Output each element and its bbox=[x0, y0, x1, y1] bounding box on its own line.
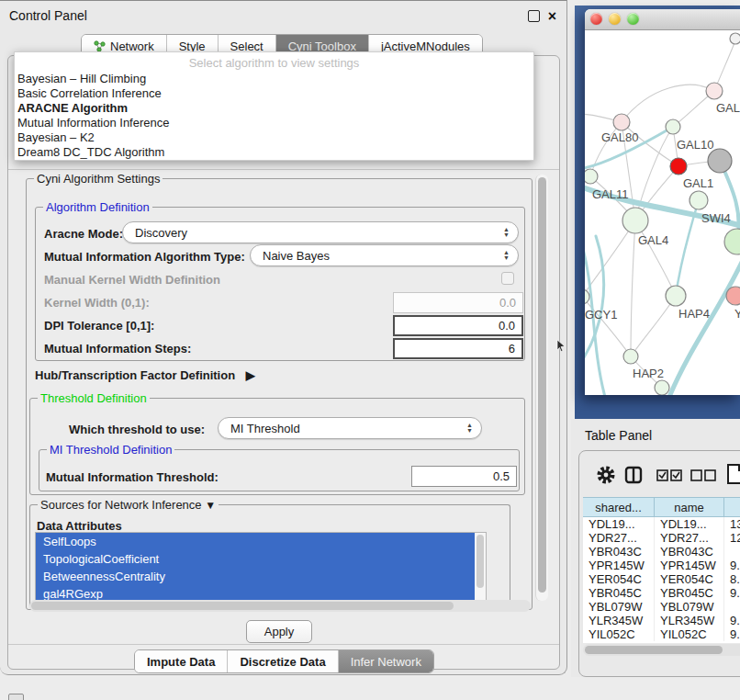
table-row[interactable]: YPR145WYPR145W9. bbox=[583, 559, 740, 572]
network-view-window: GAL GAL80 GAL10 GAL1 GAL11 SWI4 GAL4 GCY… bbox=[585, 9, 740, 395]
mi-threshold-definition-legend: MI Threshold Definition bbox=[47, 443, 174, 457]
float-window-button[interactable] bbox=[527, 9, 541, 23]
table-row[interactable]: YLR345WYLR345W9. bbox=[583, 614, 740, 627]
aracne-mode-label: Aracne Mode: bbox=[44, 227, 123, 241]
node-gcy1[interactable] bbox=[585, 289, 589, 304]
sources-legend[interactable]: Sources for Network Inference ▼ bbox=[38, 498, 219, 512]
tab-impute-data[interactable]: Impute Data bbox=[135, 650, 227, 672]
dropdown-item[interactable]: Bayesian – K2 bbox=[17, 130, 95, 145]
network-canvas[interactable]: GAL GAL80 GAL10 GAL1 GAL11 SWI4 GAL4 GCY… bbox=[585, 29, 740, 395]
mi-threshold-input[interactable]: 0.5 bbox=[411, 466, 517, 487]
node[interactable] bbox=[724, 229, 740, 254]
zoom-traffic-light[interactable] bbox=[627, 13, 639, 25]
mi-threshold-label: Mutual Information Threshold: bbox=[46, 470, 219, 484]
gear-icon bbox=[596, 465, 616, 485]
node-label: GAL10 bbox=[677, 138, 713, 152]
table-row[interactable]: YDR27...YDR27...12 bbox=[583, 531, 740, 545]
node-swi4[interactable] bbox=[690, 191, 708, 209]
table-horizontal-scrollbar[interactable] bbox=[583, 644, 740, 656]
node[interactable] bbox=[666, 119, 680, 134]
table-row[interactable]: YBL079WYBL079W bbox=[583, 600, 740, 614]
kernel-width-label: Kernel Width (0,1): bbox=[44, 296, 150, 310]
document-icon bbox=[726, 463, 740, 485]
algorithm-definition-legend: Algorithm Definition bbox=[43, 200, 152, 214]
hub-definition-toggle[interactable]: Hub/Transcription Factor Definition ▶ bbox=[35, 368, 255, 382]
list-item[interactable]: BetweennessCentrality bbox=[36, 568, 486, 585]
table-row[interactable]: YDL19...YDL19...13 bbox=[583, 517, 740, 531]
dropdown-item[interactable]: Basic Correlation Inference bbox=[17, 86, 162, 101]
aracne-mode-select[interactable]: Discovery ▲▼ bbox=[122, 221, 519, 243]
list-scrollbar-track[interactable] bbox=[475, 533, 486, 601]
node[interactable] bbox=[706, 83, 723, 99]
node[interactable] bbox=[730, 33, 740, 44]
node-gal11[interactable] bbox=[585, 169, 598, 184]
table-header-row: shared... name bbox=[583, 497, 740, 517]
table-row[interactable]: YER054CYER054C8. bbox=[583, 572, 740, 586]
mi-algorithm-type-label: Mutual Information Algorithm Type: bbox=[44, 250, 245, 264]
expanded-arrow-icon: ▼ bbox=[205, 499, 216, 512]
horizontal-scrollbar-thumb[interactable] bbox=[31, 602, 454, 610]
chevron-updown-icon: ▲▼ bbox=[503, 250, 510, 261]
node-label: Y bbox=[734, 307, 740, 321]
select-all-button[interactable] bbox=[656, 469, 682, 481]
manual-kernel-width-checkbox[interactable] bbox=[501, 272, 514, 285]
table-horizontal-scrollbar-thumb[interactable] bbox=[585, 646, 723, 654]
dpi-tolerance-input[interactable]: 0.0 bbox=[393, 315, 523, 336]
which-threshold-select[interactable]: MI Threshold ▲▼ bbox=[218, 417, 482, 439]
data-attributes-label: Data Attributes bbox=[37, 519, 122, 533]
kernel-width-input[interactable]: 0.0 bbox=[393, 292, 523, 313]
node-label: GCY1 bbox=[585, 308, 617, 322]
control-panel-window: Control Panel × Network Style Select Cyn… bbox=[0, 0, 567, 675]
node-gal4[interactable] bbox=[622, 208, 648, 233]
dropdown-item[interactable]: Dream8 DC_TDC Algorithm bbox=[17, 145, 164, 160]
table-header-name[interactable]: name bbox=[655, 497, 724, 517]
node-gal10[interactable] bbox=[708, 149, 732, 173]
node-gal1-red[interactable] bbox=[670, 158, 687, 175]
settings-scrollbar-track[interactable] bbox=[535, 175, 548, 601]
node-label: GAL80 bbox=[601, 130, 638, 144]
node-gal80[interactable] bbox=[613, 114, 630, 130]
table-row[interactable]: YIL052CYIL052C9. bbox=[583, 627, 740, 641]
close-icon: × bbox=[548, 8, 556, 24]
node-label: GAL bbox=[716, 101, 740, 115]
close-traffic-light[interactable] bbox=[590, 13, 602, 25]
mi-algorithm-type-select[interactable]: Naive Bayes ▲▼ bbox=[250, 244, 519, 266]
node-hap4[interactable] bbox=[666, 286, 686, 306]
collapsed-arrow-icon: ▶ bbox=[246, 368, 255, 382]
deselect-all-button[interactable] bbox=[690, 469, 716, 481]
mouse-cursor bbox=[555, 339, 566, 352]
close-window-button[interactable]: × bbox=[545, 9, 559, 23]
tab-infer-network[interactable]: Infer Network bbox=[338, 650, 433, 672]
node-label: GAL1 bbox=[683, 176, 713, 190]
horizontal-scrollbar[interactable] bbox=[29, 600, 531, 612]
list-item[interactable]: SelfLoops bbox=[36, 533, 486, 550]
unchecked-boxes-icon bbox=[690, 469, 716, 481]
settings-scrollbar-thumb[interactable] bbox=[538, 177, 546, 593]
table-settings-button[interactable] bbox=[596, 465, 616, 485]
dropdown-item[interactable]: Bayesian – Hill Climbing bbox=[17, 72, 146, 86]
screen: Control Panel × Network Style Select Cyn… bbox=[0, 0, 740, 700]
list-scrollbar-thumb[interactable] bbox=[477, 535, 484, 588]
node[interactable] bbox=[655, 380, 669, 395]
node-label: GAL4 bbox=[638, 233, 668, 247]
mi-steps-input[interactable]: 6 bbox=[393, 338, 523, 359]
tab-discretize-data[interactable]: Discretize Data bbox=[227, 650, 337, 672]
apply-button[interactable]: Apply bbox=[246, 620, 312, 643]
dropdown-item[interactable]: Mutual Information Inference bbox=[17, 116, 169, 130]
network-window-titlebar bbox=[585, 9, 740, 30]
new-table-button[interactable] bbox=[726, 463, 740, 485]
divider bbox=[8, 644, 559, 645]
table-body: YDL19...YDL19...13 YDR27...YDR27...12 YB… bbox=[583, 517, 740, 643]
dropdown-placeholder: Select algorithm to view settings bbox=[15, 56, 533, 70]
show-columns-button[interactable] bbox=[624, 466, 643, 484]
table-row[interactable]: YBR045CYBR045C9. bbox=[583, 586, 740, 600]
node-hap2[interactable] bbox=[623, 349, 638, 364]
dropdown-item-selected[interactable]: ARACNE Algorithm bbox=[17, 101, 128, 116]
table-header-shared-name[interactable]: shared... bbox=[583, 497, 655, 517]
list-item[interactable]: TopologicalCoefficient bbox=[36, 550, 486, 568]
table-row[interactable]: YBR043CYBR043C bbox=[583, 545, 740, 559]
bottom-strip bbox=[0, 677, 740, 700]
table-header-col3[interactable] bbox=[724, 497, 740, 517]
minimize-traffic-light[interactable] bbox=[609, 13, 621, 25]
node-pink[interactable] bbox=[726, 287, 740, 305]
